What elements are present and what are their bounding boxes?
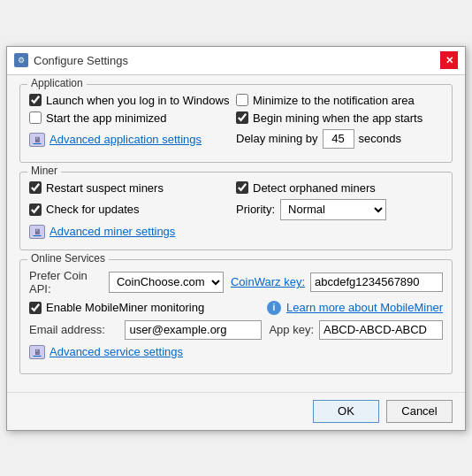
email-label: Email address: [29, 323, 105, 336]
title-bar-left: ⚙ Configure Settings [14, 53, 128, 67]
app-key-label: App key: [269, 323, 314, 336]
dialog-title: Configure Settings [34, 54, 128, 67]
coin-api-select[interactable]: CoinChoose.com CoinWarz.com CryptoCoin.c… [109, 272, 224, 293]
minimize-notify-checkbox-label[interactable]: Minimize to the notification area [236, 94, 415, 107]
dialog-icon: ⚙ [14, 53, 28, 67]
restart-miners-checkbox[interactable] [29, 181, 42, 194]
minimize-notify-label: Minimize to the notification area [253, 94, 415, 107]
app-row-2: Start the app minimized Begin mining whe… [29, 111, 443, 125]
ok-button[interactable]: OK [313, 400, 379, 423]
app-row-1: Launch when you log in to Windows Minimi… [29, 94, 443, 107]
advanced-miner-settings-icon: 🖥 [29, 225, 45, 239]
priority-select[interactable]: Normal High Low Real Time Idle [280, 199, 386, 220]
coinwarz-row: CoinWarz key: [231, 273, 443, 292]
start-minimized-checkbox-label[interactable]: Start the app minimized [29, 111, 236, 125]
online-services-group-content: Prefer Coin API: CoinChoose.com CoinWarz… [29, 269, 443, 359]
delay-row: Delay mining by seconds [236, 129, 401, 149]
begin-mining-label: Begin mining when the app starts [253, 111, 423, 125]
info-icon[interactable]: i [267, 301, 281, 315]
cancel-button[interactable]: Cancel [386, 400, 453, 423]
start-minimized-checkbox[interactable] [29, 111, 42, 124]
launch-label: Launch when you log in to Windows [46, 94, 229, 107]
app-key-input[interactable] [319, 320, 443, 340]
begin-mining-checkbox-label[interactable]: Begin mining when the app starts [236, 111, 423, 125]
miner-group-content: Restart suspect miners Detect orphaned m… [29, 181, 443, 239]
dialog-footer: OK Cancel [7, 392, 465, 430]
begin-mining-checkbox[interactable] [236, 111, 248, 124]
mobile-miner-label: Enable MobileMiner monitoring [46, 301, 204, 314]
prefer-coin-label: Prefer Coin API: [29, 269, 88, 296]
check-updates-label: Check for updates [46, 203, 140, 216]
advanced-miner-settings-link[interactable]: 🖥 Advanced miner settings [29, 225, 175, 239]
advanced-app-settings-label: Advanced application settings [49, 133, 202, 146]
advanced-miner-settings-label: Advanced miner settings [49, 225, 175, 238]
dialog-body: Application Launch when you log in to Wi… [7, 75, 465, 392]
advanced-service-settings-label: Advanced service settings [49, 345, 183, 358]
mobile-miner-checkbox-label[interactable]: Enable MobileMiner monitoring [29, 301, 267, 314]
delay-input[interactable] [323, 129, 354, 149]
restart-miners-label: Restart suspect miners [46, 181, 164, 195]
application-group-content: Launch when you log in to Windows Minimi… [29, 94, 443, 149]
check-updates-checkbox[interactable] [29, 203, 42, 216]
mobile-learn-row: i Learn more about MobileMiner [267, 301, 443, 315]
title-bar: ⚙ Configure Settings ✕ [7, 47, 465, 75]
delay-pre-label: Delay mining by [236, 132, 318, 145]
application-group: Application Launch when you log in to Wi… [19, 84, 453, 163]
app-key-row: App key: [269, 320, 443, 340]
detect-orphaned-checkbox-label[interactable]: Detect orphaned miners [236, 181, 376, 195]
close-button[interactable]: ✕ [440, 51, 458, 69]
mobile-miner-link-label: Learn more about MobileMiner [286, 301, 443, 314]
service-row-2: Enable MobileMiner monitoring i Learn mo… [29, 301, 443, 315]
online-services-group: Online Services Prefer Coin API: CoinCho… [19, 259, 453, 374]
mobile-miner-checkbox[interactable] [29, 302, 42, 314]
app-row-3: 🖥 Advanced application settings Delay mi… [29, 129, 443, 149]
coinwarz-key-input[interactable] [310, 273, 443, 292]
advanced-service-settings-icon: 🖥 [29, 345, 45, 359]
coinwarz-key-label[interactable]: CoinWarz key: [231, 275, 305, 288]
advanced-app-settings-icon: 🖥 [29, 133, 45, 147]
launch-checkbox[interactable] [29, 94, 42, 106]
service-row-3: Email address: App key: [29, 320, 443, 340]
configure-settings-dialog: ⚙ Configure Settings ✕ Application Launc… [6, 46, 466, 431]
miner-row-3: 🖥 Advanced miner settings [29, 225, 443, 239]
application-group-label: Application [27, 77, 87, 89]
delay-post-label: seconds [359, 132, 401, 145]
restart-miners-checkbox-label[interactable]: Restart suspect miners [29, 181, 236, 195]
miner-group: Miner Restart suspect miners Detect orph… [19, 172, 453, 250]
service-row-1: Prefer Coin API: CoinChoose.com CoinWarz… [29, 269, 443, 296]
priority-label: Priority: [236, 203, 275, 216]
minimize-notify-checkbox[interactable] [236, 94, 248, 106]
advanced-service-settings-link[interactable]: 🖥 Advanced service settings [29, 345, 183, 359]
detect-orphaned-label: Detect orphaned miners [253, 181, 376, 195]
launch-checkbox-label[interactable]: Launch when you log in to Windows [29, 94, 236, 107]
advanced-app-settings-link[interactable]: 🖥 Advanced application settings [29, 133, 236, 147]
check-updates-checkbox-label[interactable]: Check for updates [29, 203, 236, 216]
miner-row-1: Restart suspect miners Detect orphaned m… [29, 181, 443, 195]
email-input[interactable] [125, 320, 262, 340]
miner-row-2: Check for updates Priority: Normal High … [29, 199, 443, 220]
start-minimized-label: Start the app minimized [46, 111, 167, 125]
mobile-miner-link[interactable]: Learn more about MobileMiner [286, 301, 443, 314]
miner-group-label: Miner [27, 165, 61, 177]
detect-orphaned-checkbox[interactable] [236, 181, 248, 194]
service-row-4: 🖥 Advanced service settings [29, 345, 443, 359]
online-services-group-label: Online Services [27, 252, 109, 265]
